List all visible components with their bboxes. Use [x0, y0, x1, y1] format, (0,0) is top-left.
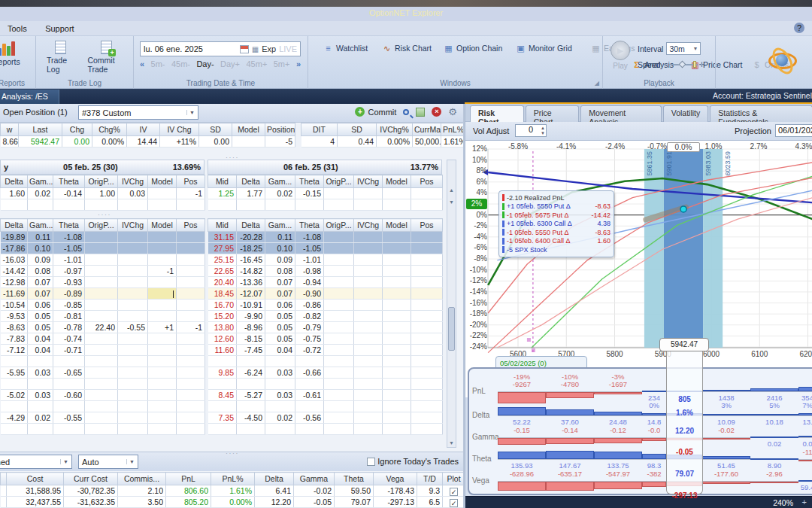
greek-bar[interactable] — [750, 414, 798, 415]
grid-cell[interactable]: 0.07 — [28, 277, 53, 288]
grid-cell[interactable]: 0.00 — [199, 136, 232, 148]
grid-cell[interactable] — [265, 356, 295, 367]
window-toggle-button[interactable]: ∿ Risk Chart — [380, 40, 442, 56]
column-header[interactable]: Gam... — [265, 175, 295, 188]
grid-cell[interactable] — [324, 311, 354, 322]
grid-cell[interactable] — [148, 232, 177, 243]
date-nav-item[interactable]: Day+ — [220, 59, 240, 68]
greek-bar[interactable] — [546, 438, 594, 444]
grid-cell[interactable]: 0.44 — [338, 136, 377, 148]
greek-bar[interactable] — [498, 452, 546, 459]
grid-cell[interactable] — [295, 199, 324, 211]
grid-cell[interactable]: 31,588.95 — [7, 485, 64, 497]
grid-cell[interactable]: -19.89 — [1, 232, 28, 243]
option-row[interactable]: 20.40-13.36 0.07-0.94 — [208, 277, 443, 288]
grid-cell[interactable] — [324, 390, 354, 401]
grid-cell[interactable] — [85, 412, 118, 424]
date-nav-item[interactable]: 45m+ — [246, 59, 267, 68]
current-price-box[interactable]: 5942.47 — [659, 338, 709, 351]
grid-cell[interactable]: -1.05 — [295, 243, 324, 254]
grid-cell[interactable] — [85, 243, 118, 254]
option-row[interactable]: 7.35-4.50 0.02-0.56 — [208, 412, 443, 424]
grid-cell[interactable] — [383, 401, 411, 412]
grid-cell[interactable]: 0.07 — [265, 277, 295, 288]
grid-cell[interactable] — [177, 367, 205, 379]
grid-cell[interactable]: 9.3 — [417, 485, 443, 497]
grid-cell[interactable] — [28, 356, 53, 367]
grid-cell[interactable] — [85, 288, 118, 300]
gear-icon[interactable]: ⚙ — [448, 106, 457, 117]
grid-cell[interactable] — [208, 356, 237, 367]
grid-cell[interactable]: -0.79 — [295, 322, 324, 333]
grid-cell[interactable] — [383, 254, 411, 266]
grid-cell[interactable] — [324, 188, 354, 199]
column-header[interactable]: IV — [127, 123, 160, 136]
column-header[interactable]: Chg% — [92, 123, 127, 136]
column-header[interactable]: IVChg% — [377, 123, 413, 136]
greek-bar[interactable] — [498, 438, 546, 445]
option-row[interactable]: -19.890.11 -1.08 — [1, 232, 205, 243]
grid-cell[interactable] — [354, 356, 383, 367]
greek-bar[interactable] — [594, 482, 642, 489]
grid-cell[interactable]: -1 — [177, 188, 205, 199]
grid-cell[interactable]: 0.03 — [28, 367, 53, 379]
greek-bar[interactable] — [750, 388, 798, 391]
commit-button[interactable]: + Commit — [355, 107, 396, 117]
grid-cell[interactable]: -0.05 — [294, 497, 335, 508]
column-header[interactable]: Mid — [208, 219, 237, 232]
grid-cell[interactable]: 3.50 — [118, 497, 166, 508]
option-row[interactable] — [1, 356, 205, 367]
grid-cell[interactable]: -5 — [265, 136, 295, 148]
grid-cell[interactable]: -7.45 — [237, 345, 265, 356]
tab-analysis-es[interactable]: Analysis: /ES — [0, 90, 59, 104]
grid-cell[interactable]: -11.69 — [1, 288, 28, 300]
grid-cell[interactable] — [411, 277, 443, 288]
grid-cell[interactable] — [411, 333, 443, 345]
option-row[interactable]: 13.80-8.96 0.05-0.79 — [208, 322, 443, 333]
grid-cell[interactable] — [53, 401, 85, 412]
grid-cell[interactable] — [148, 345, 177, 356]
grid-cell[interactable] — [208, 379, 237, 390]
grid-cell[interactable]: 18.45 — [208, 288, 237, 300]
grid-cell[interactable] — [237, 424, 265, 435]
grid-cell[interactable]: -16.45 — [237, 254, 265, 266]
totals-row[interactable]: 32,437.55-31,632.35 3.50805.20 0.00%12.2… — [1, 497, 465, 508]
grid-cell[interactable] — [383, 277, 411, 288]
grid-cell[interactable] — [118, 345, 148, 356]
grid-cell[interactable]: 15.20 — [208, 311, 237, 322]
grid-cell[interactable]: 31.15 — [208, 232, 237, 243]
grid-cell[interactable]: 0.11 — [265, 232, 295, 243]
greek-bar[interactable] — [594, 452, 642, 459]
grid-cell[interactable]: -14.42 — [1, 266, 28, 277]
grid-cell[interactable] — [1, 199, 28, 211]
trading-date-field[interactable]: lu. 06 ene. 2025 ▦ Exp LIVE — [140, 41, 301, 56]
grid-cell[interactable] — [118, 254, 148, 266]
column-header[interactable]: Commis... — [118, 473, 166, 485]
grid-cell[interactable]: 806.60 — [166, 485, 211, 497]
grid-cell[interactable]: 0.08 — [28, 266, 53, 277]
column-header[interactable]: OrigP... — [324, 175, 354, 188]
grid-cell[interactable] — [85, 379, 118, 390]
date-nav-item[interactable]: 45m- — [171, 59, 190, 68]
grid-cell[interactable] — [85, 345, 118, 356]
menu-support[interactable]: Support — [38, 22, 82, 35]
grid-cell[interactable] — [411, 288, 443, 300]
grid-cell[interactable]: 20.40 — [208, 277, 237, 288]
legend-row[interactable]: -1 05feb. 6400 Call Δ 1.60 — [502, 237, 611, 246]
grid-cell[interactable] — [85, 424, 118, 435]
grid-cell[interactable] — [383, 412, 411, 424]
grid-cell[interactable]: -8.96 — [237, 322, 265, 333]
grid-cell[interactable]: 8.66 — [1, 136, 19, 148]
option-row[interactable]: 25.15-16.45 0.09-1.01 — [208, 254, 443, 266]
grid-cell[interactable] — [324, 356, 354, 367]
greek-bar[interactable] — [546, 482, 594, 491]
grid-cell[interactable] — [354, 322, 383, 333]
interval-select[interactable]: 30m ▼ — [666, 42, 701, 55]
grid-cell[interactable]: 0.00% — [211, 497, 255, 508]
grid-cell[interactable]: -0.60 — [53, 390, 85, 401]
grid-cell[interactable] — [118, 311, 148, 322]
grid-cell[interactable]: 22.65 — [208, 266, 237, 277]
grid-cell[interactable] — [118, 424, 148, 435]
grid-cell[interactable]: -8.15 — [237, 333, 265, 345]
plot-checkbox[interactable]: ✓ — [450, 499, 458, 507]
